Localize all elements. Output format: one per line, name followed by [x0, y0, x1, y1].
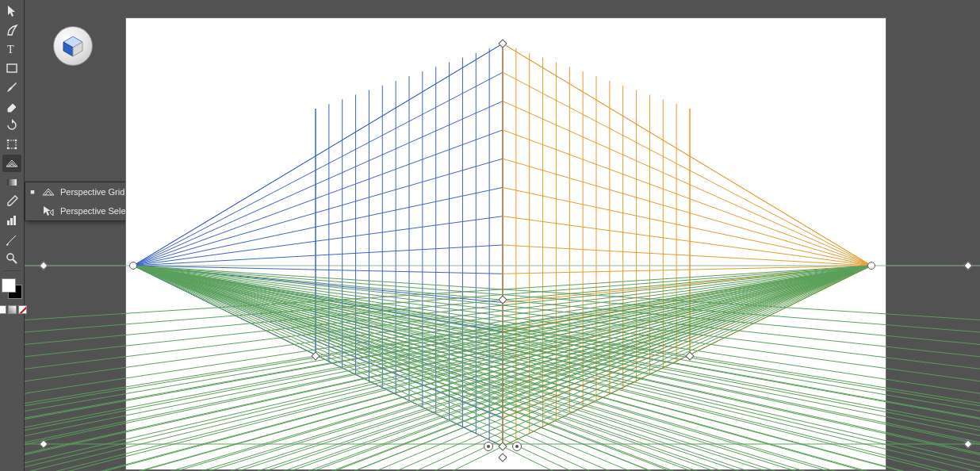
svg-rect-9 [10, 218, 13, 225]
draw-mode-row [0, 305, 27, 314]
vanishing-point-right[interactable] [867, 262, 875, 270]
zoom-tool[interactable] [2, 250, 21, 267]
color-mode-none[interactable] [18, 305, 27, 314]
cube-icon [61, 34, 85, 58]
direct-selection-tool[interactable] [2, 21, 21, 39]
rotate-tool[interactable] [2, 117, 21, 134]
rectangle-tool[interactable] [2, 59, 21, 77]
tools-panel: T [0, 0, 25, 471]
perspective-grid-tool[interactable] [2, 155, 21, 172]
svg-rect-1 [7, 64, 17, 72]
svg-point-4 [15, 140, 17, 142]
plane-switch-widget[interactable] [53, 26, 93, 66]
svg-text:T: T [7, 44, 14, 56]
svg-point-6 [15, 147, 17, 150]
slice-tool[interactable] [2, 231, 21, 248]
svg-rect-7 [7, 179, 17, 186]
eyedropper-tool[interactable] [2, 193, 21, 210]
svg-point-5 [7, 147, 10, 150]
column-graph-tool[interactable] [2, 212, 21, 229]
horizon-handle-right[interactable] [963, 261, 972, 270]
perspective-grid-icon [41, 186, 56, 198]
color-mode-solid[interactable] [0, 305, 6, 314]
svg-line-12 [13, 259, 17, 263]
type-tool[interactable]: T [2, 40, 21, 58]
selection-tool[interactable] [2, 2, 21, 20]
svg-rect-8 [7, 220, 10, 225]
free-transform-tool[interactable] [2, 136, 21, 153]
separator [3, 270, 21, 271]
gradient-tool[interactable] [2, 174, 21, 191]
fill-swatch[interactable] [2, 278, 16, 293]
fill-stroke-swatches[interactable] [2, 278, 22, 299]
svg-rect-10 [13, 216, 16, 225]
ground-handle-left[interactable] [39, 439, 48, 448]
floor-handle-left[interactable] [484, 442, 493, 451]
floor-handle-right[interactable] [512, 442, 522, 451]
svg-point-11 [7, 254, 13, 260]
horizon-handle-left[interactable] [39, 261, 48, 270]
perspective-selection-icon [41, 205, 56, 217]
svg-point-3 [7, 140, 10, 142]
vanishing-point-left[interactable] [129, 262, 137, 270]
eraser-tool[interactable] [2, 98, 21, 115]
artboard[interactable] [125, 17, 886, 470]
flyout-selected-mark: ■ [29, 188, 36, 196]
ground-handle-right[interactable] [963, 439, 972, 448]
svg-rect-2 [8, 140, 16, 148]
color-mode-gradient[interactable] [8, 305, 17, 314]
paintbrush-tool[interactable] [2, 78, 21, 96]
